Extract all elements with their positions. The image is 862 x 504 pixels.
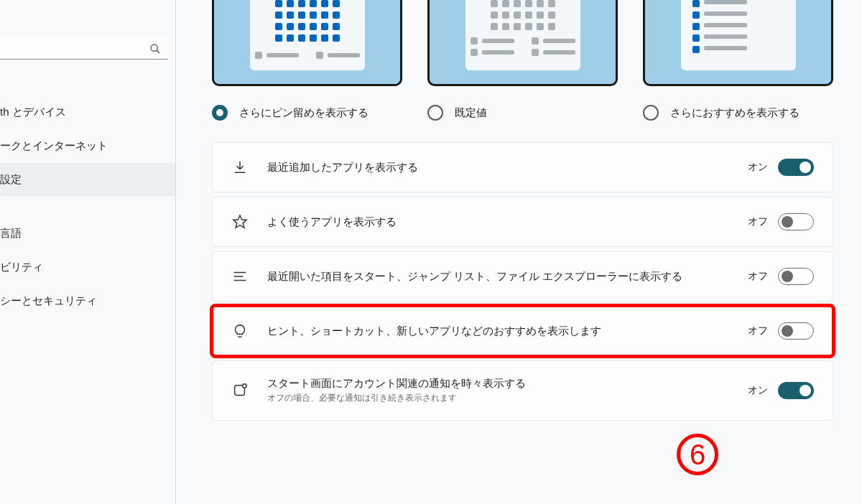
toggle-label: オフ (748, 215, 768, 228)
toggle-wrap: オン (748, 159, 814, 176)
setting-title: 最近追加したアプリを表示する (267, 161, 729, 174)
setting-row-most-used[interactable]: よく使うアプリを表示する オフ (212, 197, 833, 247)
setting-title: 最近開いた項目をスタート、ジャンプ リスト、ファイル エクスプローラーに表示する (267, 270, 729, 284)
toggle-switch[interactable] (778, 322, 814, 340)
sidebar: th とデバイス ークとインターネット 設定 言語 ビリティ シーとセキュリティ (0, 0, 176, 504)
setting-text: スタート画面にアカウント関連の通知を時々表示する オフの場合、必要な通知は引き続… (267, 377, 729, 404)
setting-row-recently-added[interactable]: 最近追加したアプリを表示する オン (212, 142, 833, 192)
main-content: さらにピン留めを表示する 既定値 さらにおすすめを表示する 最近追加したアプリを… (176, 0, 862, 504)
setting-text: 最近開いた項目をスタート、ジャンプ リスト、ファイル エクスプローラーに表示する (267, 270, 729, 284)
toggle-switch[interactable] (778, 159, 814, 176)
sidebar-item-accessibility[interactable]: ビリティ (0, 251, 175, 284)
svg-point-7 (243, 384, 247, 388)
toggle-wrap: オフ (748, 213, 814, 230)
toggle-label: オフ (748, 270, 768, 283)
toggle-switch[interactable] (778, 382, 814, 399)
setting-text: ヒント、ショートカット、新しいアプリなどのおすすめを表示します (267, 325, 729, 338)
radio-more-pins[interactable]: さらにピン留めを表示する (212, 105, 402, 121)
sidebar-item-personalization[interactable]: 設定 (0, 163, 175, 197)
layout-preview-more-recommendations[interactable] (643, 0, 833, 86)
toggle-wrap: オフ (748, 322, 814, 340)
svg-line-1 (157, 50, 159, 53)
radio-icon (427, 105, 443, 121)
toggle-label: オフ (748, 325, 768, 337)
sidebar-item-privacy[interactable]: シーとセキュリティ (0, 284, 175, 318)
toggle-switch[interactable] (778, 268, 814, 285)
radio-default[interactable]: 既定値 (427, 105, 618, 121)
sidebar-item-bluetooth[interactable]: th とデバイス (0, 95, 175, 129)
search-icon (149, 43, 161, 55)
bulb-icon (231, 322, 249, 340)
star-icon (231, 213, 249, 230)
search-box[interactable] (0, 39, 168, 60)
toggle-wrap: オン (748, 382, 814, 399)
sidebar-item-language[interactable]: 言語 (0, 217, 175, 251)
notification-icon (231, 382, 249, 399)
sidebar-item-unknown[interactable] (0, 197, 175, 217)
setting-text: 最近追加したアプリを表示する (267, 161, 729, 174)
layout-radio-group: さらにピン留めを表示する 既定値 さらにおすすめを表示する (212, 105, 833, 121)
download-icon (231, 159, 249, 176)
layout-preview-more-pins[interactable] (212, 0, 402, 86)
svg-marker-2 (233, 215, 246, 228)
radio-icon (212, 105, 228, 121)
radio-label: 既定値 (455, 106, 487, 120)
setting-row-account-notifications[interactable]: スタート画面にアカウント関連の通知を時々表示する オフの場合、必要な通知は引き続… (212, 360, 833, 421)
settings-list: 最近追加したアプリを表示する オン よく使うアプリを表示する オフ (212, 142, 833, 421)
setting-title: スタート画面にアカウント関連の通知を時々表示する (267, 377, 729, 391)
sidebar-item-network[interactable]: ークとインターネット (0, 129, 175, 163)
layout-preview-default[interactable] (427, 0, 618, 86)
setting-subtitle: オフの場合、必要な通知は引き続き表示されます (267, 392, 729, 404)
toggle-label: オン (748, 384, 768, 397)
annotation-marker: 6 (677, 434, 718, 475)
layout-previews (212, 0, 833, 86)
radio-more-recommendations[interactable]: さらにおすすめを表示する (643, 105, 833, 121)
setting-row-recent-items[interactable]: 最近開いた項目をスタート、ジャンプ リスト、ファイル エクスプローラーに表示する… (212, 251, 833, 302)
radio-label: さらにおすすめを表示する (670, 106, 800, 120)
toggle-wrap: オフ (748, 268, 814, 285)
svg-point-0 (151, 45, 157, 51)
setting-row-recommendations[interactable]: ヒント、ショートカット、新しいアプリなどのおすすめを表示します オフ (212, 306, 833, 356)
radio-label: さらにピン留めを表示する (239, 106, 369, 120)
list-icon (231, 268, 249, 285)
radio-icon (643, 105, 659, 121)
toggle-switch[interactable] (778, 213, 814, 230)
nav-list: th とデバイス ークとインターネット 設定 言語 ビリティ シーとセキュリティ (0, 95, 175, 318)
setting-title: よく使うアプリを表示する (267, 215, 729, 229)
setting-title: ヒント、ショートカット、新しいアプリなどのおすすめを表示します (267, 325, 729, 338)
search-input[interactable] (7, 43, 149, 55)
setting-text: よく使うアプリを表示する (267, 215, 729, 229)
toggle-label: オン (748, 161, 768, 174)
search-wrap (0, 39, 175, 60)
